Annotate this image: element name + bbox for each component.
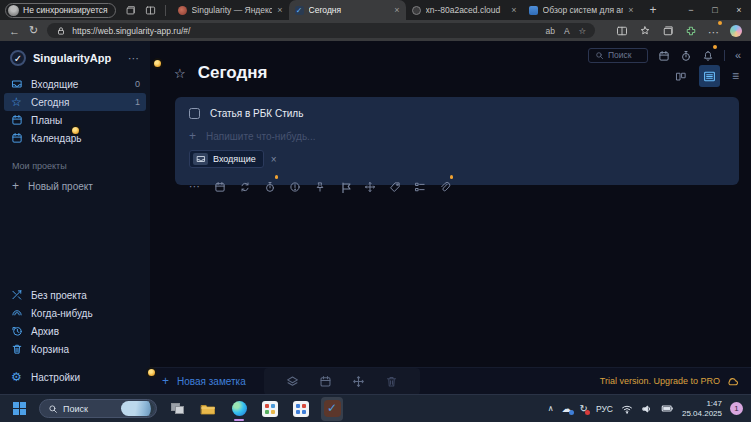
profile-avatar — [8, 5, 19, 16]
someday-icon — [10, 307, 23, 319]
sidebar-item-inbox[interactable]: Входящие 0 — [4, 75, 146, 93]
calendar-topbar-icon[interactable] — [658, 46, 670, 64]
tray-chevron-icon[interactable]: ∧ — [548, 404, 554, 413]
sidebar-item-no-project[interactable]: Без проекта — [4, 286, 146, 304]
edge-icon[interactable] — [228, 397, 250, 421]
app-logo: ✓ — [10, 50, 26, 66]
sync-icon[interactable]: ↻ — [580, 403, 588, 414]
new-project-button[interactable]: + Новый проект — [0, 179, 150, 193]
onedrive-icon[interactable]: ☁ — [562, 403, 572, 414]
plus-icon: + — [12, 179, 19, 193]
inbox-icon — [10, 78, 23, 90]
browser-toolbar: ← ↻ https://web.singularity-app.ru/#/ ab… — [0, 20, 751, 41]
checklist-icon[interactable] — [414, 177, 426, 195]
hint-dot-calendar[interactable] — [72, 127, 79, 134]
star-icon: ☆ — [10, 95, 23, 109]
profile-label: Не синхронизируется — [23, 5, 108, 15]
back-button[interactable]: ← — [9, 25, 20, 37]
sidebar-item-trash[interactable]: Корзина — [4, 340, 146, 358]
sidebar-item-today[interactable]: ☆ Сегодня 1 — [4, 93, 146, 111]
workspaces-icon[interactable] — [125, 4, 136, 16]
hint-dot-today[interactable] — [154, 60, 161, 67]
sidebar-item-archive[interactable]: Архив — [4, 322, 146, 340]
item-count: 1 — [135, 97, 140, 107]
note-input[interactable]: + Напишите что-нибудь... — [189, 129, 725, 143]
sidebar-item-someday[interactable]: Когда-нибудь — [4, 304, 146, 322]
task-checkbox[interactable] — [189, 108, 200, 119]
favorites-icon[interactable] — [639, 22, 651, 40]
start-button[interactable] — [8, 397, 30, 421]
deadline-icon[interactable] — [289, 177, 301, 195]
trial-upgrade-link[interactable]: Trial version. Upgrade to PRO — [600, 375, 739, 388]
tab-singularity-search[interactable]: Singularity — Яндекс: нашло × — [172, 0, 289, 20]
hint-dot-new-note[interactable] — [148, 369, 155, 376]
browser-profile-button[interactable]: Не синхронизируется — [5, 3, 116, 18]
notification-count-badge[interactable]: 1 — [730, 402, 743, 415]
pomodoro-icon[interactable] — [264, 177, 276, 195]
remove-chip-icon[interactable]: × — [271, 154, 277, 165]
read-aloud-icon[interactable]: A — [564, 26, 570, 36]
attachment-icon[interactable] — [439, 177, 451, 195]
tab-today-active[interactable]: ✓ Сегодня × — [289, 0, 406, 20]
volume-icon[interactable] — [641, 403, 653, 415]
collapse-panel-icon[interactable]: « — [735, 49, 741, 61]
tag-icon[interactable] — [389, 177, 401, 195]
sidebar-item-settings[interactable]: ⚙ Настройки — [4, 368, 146, 386]
trash-footer-icon[interactable] — [385, 372, 398, 390]
copilot-icon[interactable] — [730, 25, 742, 37]
browser-menu-icon[interactable]: ⋯ — [708, 22, 719, 40]
layers-icon[interactable] — [286, 372, 299, 390]
tab-close-icon[interactable]: × — [628, 5, 633, 15]
move-icon[interactable] — [364, 177, 376, 195]
move-footer-icon[interactable] — [352, 372, 365, 390]
inbox-chip[interactable]: Входящие — [189, 150, 264, 168]
reload-button[interactable]: ↻ — [29, 24, 38, 37]
app-menu-icon[interactable]: ⋯ — [128, 52, 140, 65]
address-bar[interactable]: https://web.singularity-app.ru/#/ ab A ☆ — [47, 23, 595, 38]
kanban-view-icon[interactable] — [675, 67, 687, 85]
tab-agency-review[interactable]: Обзор систем для агентств_ × — [523, 0, 640, 20]
favorite-star-icon[interactable]: ☆ — [579, 26, 587, 36]
sidebar-toggle-icon[interactable] — [145, 4, 156, 16]
task-title[interactable]: Статья в РБК Стиль — [210, 108, 303, 119]
new-tab-button[interactable]: + — [650, 3, 657, 17]
collections-icon[interactable] — [662, 22, 674, 40]
flag-icon[interactable] — [339, 177, 351, 195]
tab-close-icon[interactable]: × — [277, 5, 282, 15]
search-icon — [595, 51, 604, 60]
translate-icon[interactable]: ab — [545, 26, 554, 36]
taskbar-clock[interactable]: 1:47 25.04.2025 — [682, 399, 722, 419]
calendar-app-icon[interactable] — [259, 397, 281, 421]
timer-topbar-icon[interactable] — [680, 46, 692, 64]
task-view-button[interactable] — [166, 397, 188, 421]
singularity-app-icon[interactable]: ✓ — [321, 397, 343, 421]
repeat-icon[interactable] — [239, 177, 251, 195]
list-view-icon[interactable] — [699, 65, 720, 87]
plus-icon: + — [189, 129, 196, 143]
file-explorer-icon[interactable] — [197, 397, 219, 421]
tab-cloud-site[interactable]: xn--80a2aced.cloud × — [406, 0, 523, 20]
wifi-icon[interactable] — [621, 403, 633, 415]
split-screen-icon[interactable] — [616, 22, 628, 40]
taskbar-search[interactable]: Поиск — [39, 399, 157, 418]
battery-icon[interactable] — [661, 402, 674, 415]
language-indicator[interactable]: РУС — [596, 404, 613, 414]
app-search-input[interactable]: Поиск — [588, 48, 648, 63]
task-row[interactable]: Статья в РБК Стиль — [189, 105, 725, 121]
tab-close-icon[interactable]: × — [511, 5, 516, 15]
close-button[interactable]: × — [727, 0, 751, 20]
tab-favicon — [529, 6, 538, 15]
pin-icon[interactable] — [314, 177, 326, 195]
calendar-footer-icon[interactable] — [319, 372, 332, 390]
extensions-icon[interactable] — [685, 22, 697, 40]
sort-icon[interactable]: ≡ — [732, 69, 739, 83]
store-app-icon[interactable] — [290, 397, 312, 421]
minimize-button[interactable]: − — [679, 0, 703, 20]
bell-icon[interactable] — [702, 46, 714, 64]
new-note-button[interactable]: + Новая заметка — [162, 374, 246, 388]
tab-close-icon[interactable]: × — [394, 5, 399, 15]
url-text[interactable]: https://web.singularity-app.ru/#/ — [72, 26, 539, 36]
more-icon[interactable]: ⋯ — [189, 180, 201, 193]
schedule-icon[interactable] — [214, 177, 226, 195]
maximize-button[interactable]: □ — [703, 0, 727, 20]
